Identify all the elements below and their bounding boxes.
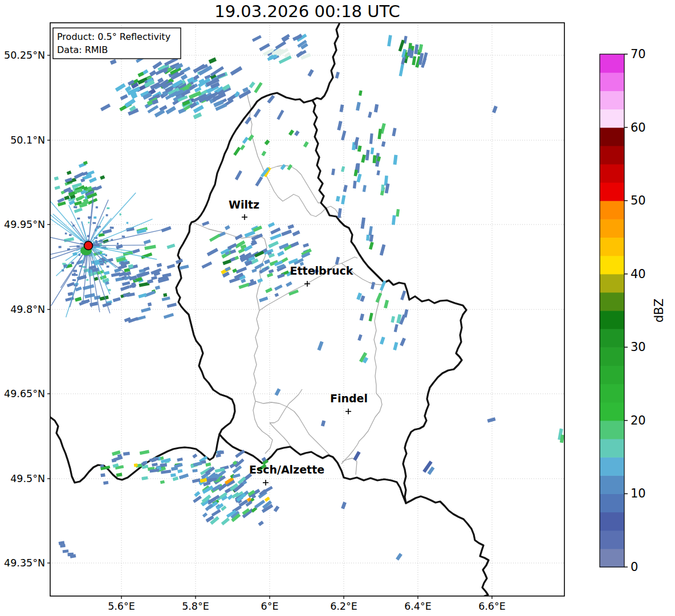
echo-pixel — [122, 235, 125, 238]
colorbar-tick-label: 20 — [631, 414, 646, 427]
colorbar-segment — [600, 164, 624, 183]
y-tick-label: 49.95°N — [4, 219, 45, 230]
echo-pixel — [107, 207, 109, 209]
page-title: 19.03.2026 00:18 UTC — [214, 2, 400, 21]
colorbar-segment — [600, 365, 624, 384]
echo-pixel — [71, 262, 74, 264]
city-label: Ettelbruck — [290, 264, 353, 277]
colorbar-segment — [600, 146, 624, 165]
x-tick-label: 5.6°E — [108, 601, 135, 612]
radar-site-dot — [84, 242, 93, 250]
echo-pixel — [127, 222, 129, 224]
city-label: Findel — [330, 392, 368, 405]
colorbar-segment — [600, 421, 624, 439]
colorbar-axis-label: dBZ — [652, 299, 666, 323]
x-tick-label: 6.2°E — [330, 601, 357, 612]
colorbar-segment — [600, 311, 624, 329]
echo-pixel — [107, 266, 109, 268]
colorbar: 010203040506070 — [600, 47, 646, 574]
echo-pixel — [88, 222, 90, 223]
product-info-box: Product: 0.5° Reflectivity Data: RMIB — [53, 28, 181, 59]
y-tick-label: 49.35°N — [4, 557, 45, 569]
echo-pixel — [100, 473, 105, 477]
echo-pixel — [93, 217, 96, 219]
colorbar-segment — [600, 292, 624, 311]
colorbar-segment — [600, 201, 624, 219]
echo-pixel — [72, 279, 76, 282]
y-tick-label: 50.25°N — [4, 50, 45, 61]
echo-pixel — [99, 261, 103, 263]
colorbar-segment — [600, 109, 624, 128]
colorbar-segment — [600, 91, 624, 109]
echo-pixel — [88, 217, 90, 219]
colorbar-tick-label: 60 — [631, 121, 646, 134]
x-tick-label: 6.4°E — [404, 601, 432, 612]
x-tick-label: 6°E — [261, 601, 279, 612]
echo-pixel — [373, 155, 377, 163]
echo-pixel — [74, 206, 78, 208]
y-tick-label: 49.65°N — [4, 388, 45, 399]
colorbar-segment — [600, 439, 624, 458]
echo-pixel — [119, 213, 121, 215]
colorbar-segment — [600, 493, 624, 512]
colorbar-segment — [600, 237, 624, 256]
echo-pixel — [112, 458, 117, 462]
colorbar-segment — [600, 274, 624, 293]
info-product-line: Product: 0.5° Reflectivity — [57, 31, 170, 42]
echo-pixel — [134, 463, 138, 467]
map-area: WiltzEttelbruckFindelEsch/Alzette5.6°E5.… — [4, 23, 564, 612]
echo-pixel — [105, 254, 107, 256]
colorbar-tick-label: 50 — [631, 194, 646, 207]
echo-pixel — [381, 185, 384, 191]
colorbar-segment — [600, 128, 624, 146]
echo-pixel — [86, 279, 88, 281]
colorbar-segment — [600, 256, 624, 275]
colorbar-segment — [600, 72, 624, 91]
echo-pixel — [74, 273, 75, 275]
colorbar-segment — [600, 54, 624, 73]
colorbar-tick-label: 70 — [631, 47, 646, 61]
colorbar-segment — [600, 329, 624, 348]
colorbar-segment — [600, 531, 624, 549]
echo-pixel — [77, 218, 80, 219]
echo-pixel — [96, 206, 98, 209]
echo-pixel — [65, 232, 67, 234]
echo-pixel — [106, 214, 108, 217]
echo-pixel — [101, 253, 105, 255]
echo-pixel — [100, 263, 104, 266]
echo-pixel — [73, 270, 77, 272]
echo-pixel — [69, 234, 72, 236]
colorbar-segment — [600, 219, 624, 238]
colorbar-segment — [600, 475, 624, 494]
colorbar-segment — [600, 347, 624, 366]
y-tick-label: 50.1°N — [10, 134, 45, 146]
colorbar-segment — [600, 457, 624, 476]
city-label: Wiltz — [229, 198, 259, 211]
y-tick-label: 49.8°N — [10, 304, 45, 315]
echo-pixel — [120, 261, 124, 263]
colorbar-segment — [600, 182, 624, 201]
colorbar-tick-label: 10 — [631, 487, 646, 500]
x-tick-label: 5.8°E — [182, 601, 209, 612]
colorbar-segment — [600, 549, 624, 568]
colorbar-tick-label: 40 — [631, 267, 646, 281]
colorbar-tick-label: 0 — [631, 560, 638, 574]
echo-pixel — [110, 227, 114, 229]
info-data-line: Data: RMIB — [57, 44, 108, 55]
colorbar-tick-label: 30 — [631, 340, 646, 354]
echo-pixel — [117, 243, 119, 245]
echo-pixel — [163, 293, 167, 297]
echo-pixel — [62, 263, 66, 264]
colorbar-segment — [600, 512, 624, 531]
x-tick-label: 6.6°E — [478, 601, 506, 612]
colorbar-segment — [600, 402, 624, 421]
radar-figure: 19.03.2026 00:18 UTC WiltzEttelbruckFind… — [0, 0, 675, 616]
y-tick-label: 49.5°N — [10, 473, 45, 484]
echo-pixel — [92, 222, 96, 224]
echo-pixel — [59, 246, 62, 248]
echo-pixel — [366, 235, 369, 241]
clutter-spoke — [92, 245, 146, 246]
echo-pixel — [192, 469, 197, 472]
colorbar-segment — [600, 384, 624, 403]
city-label: Esch/Alzette — [249, 463, 324, 476]
